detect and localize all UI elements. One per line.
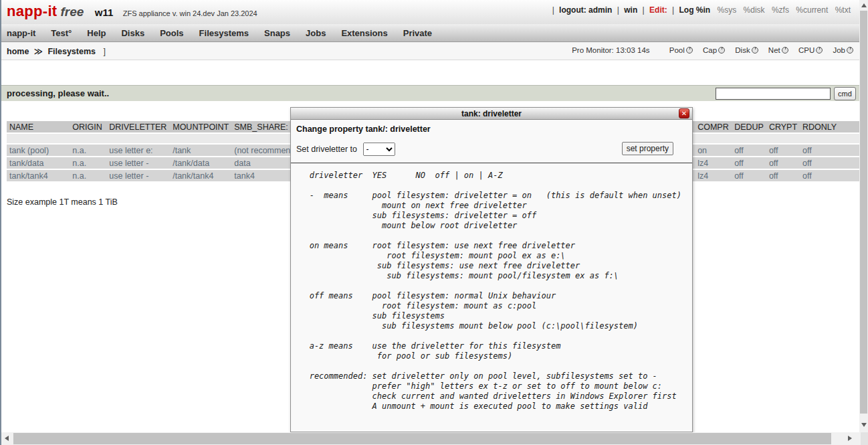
- menu-item-jobs[interactable]: Jobs: [306, 28, 326, 38]
- driveletter-modal: tank: driveletter ✕ Change property tank…: [290, 107, 693, 432]
- separator: |: [643, 5, 645, 15]
- cell-rdonly[interactable]: off: [800, 145, 868, 156]
- edition-label: w11: [95, 7, 114, 18]
- processing-bar: processing, please wait.. cmd: [1, 85, 868, 101]
- cell-rdonly[interactable]: off: [800, 157, 868, 169]
- breadcrumb-home-link[interactable]: home: [7, 47, 29, 56]
- cell-dedup[interactable]: off: [732, 157, 766, 169]
- appliance-version-label: ZFS appliance v. win 24.dev Jan 23.2024: [123, 9, 257, 17]
- vertical-scrollbar[interactable]: [859, 0, 868, 432]
- cell-rdonly[interactable]: off: [800, 170, 868, 181]
- col-header-name: NAME: [7, 121, 70, 132]
- cmd-button[interactable]: cmd: [834, 87, 856, 100]
- set-driveletter-label: Set driveletter to: [296, 145, 357, 154]
- col-header-mountpoint: MOUNTPOINT: [170, 121, 231, 132]
- net-status-icon: [782, 47, 788, 54]
- monitor-job-link[interactable]: Job: [833, 46, 853, 54]
- pro-monitor: Pro Monitor: 13:03 14s Pool Cap Disk Net…: [572, 46, 853, 54]
- col-header-driveletter: DRIVELETTER: [106, 121, 170, 132]
- col-header-origin: ORIGIN: [70, 121, 106, 132]
- disk-status-icon: [752, 47, 758, 54]
- menu-item-snaps[interactable]: Snaps: [264, 28, 290, 38]
- vertical-scrollbar-thumb[interactable]: [860, 11, 867, 414]
- edit-link[interactable]: Edit:: [649, 5, 667, 15]
- separator: |: [552, 5, 554, 15]
- scroll-left-icon[interactable]: [5, 436, 9, 441]
- horizontal-scrollbar[interactable]: [1, 432, 861, 445]
- scroll-down-icon[interactable]: [861, 423, 867, 427]
- napp-it-page: { "brand": { "name": "napp-it", "suffix"…: [0, 0, 868, 445]
- modal-heading: Change property tank/: driveletter: [291, 120, 692, 134]
- cell-dedup[interactable]: off: [732, 145, 766, 156]
- col-header-compr: COMPR: [695, 121, 732, 132]
- log-level-current[interactable]: %current: [796, 5, 828, 15]
- driveletter-select[interactable]: -: [363, 143, 395, 156]
- processing-message: processing, please wait..: [7, 88, 109, 98]
- cell-name[interactable]: tank (pool): [7, 145, 70, 156]
- breadcrumb-current[interactable]: Filesystems: [47, 47, 96, 56]
- logout-link[interactable]: logout: admin: [559, 5, 612, 15]
- napp-it-logo: napp-it: [7, 3, 57, 19]
- cell-crypt[interactable]: off: [766, 145, 800, 156]
- breadcrumb-separator: ≫: [34, 47, 43, 56]
- monitor-net-link[interactable]: Net: [768, 46, 788, 54]
- job-status-icon: [847, 47, 853, 54]
- driveletter-help-text: driveletter YES NO off | on | A-Z - mean…: [295, 171, 692, 412]
- top-bar: napp-itfree w11 ZFS appliance v. win 24.…: [1, 0, 868, 24]
- log-level-zfs[interactable]: %zfs: [772, 5, 789, 15]
- log-level-txt[interactable]: %txt: [835, 5, 851, 15]
- menu-item-extensions[interactable]: Extensions: [341, 28, 387, 38]
- menu-item-napp-it[interactable]: napp-it: [7, 28, 35, 38]
- separator: |: [617, 5, 619, 15]
- breadcrumb: home ≫ Filesystems ]: [7, 46, 106, 56]
- main-menu: napp-it Test° Help Disks Pools Filesyste…: [1, 24, 868, 42]
- menu-item-disks[interactable]: Disks: [121, 28, 144, 38]
- breadcrumb-bar: home ≫ Filesystems ] Pro Monitor: 13:03 …: [1, 42, 868, 60]
- separator: |: [672, 5, 674, 15]
- brand-area: napp-itfree w11 ZFS appliance v. win 24.…: [7, 3, 257, 20]
- log-level-sys[interactable]: %sys: [718, 5, 737, 15]
- cell-compr[interactable]: lz4: [695, 157, 732, 169]
- cell-mountpoint[interactable]: /tank/data: [170, 157, 231, 169]
- cpu-status-icon: [816, 47, 823, 54]
- modal-title-bar[interactable]: tank: driveletter ✕: [291, 108, 692, 120]
- modal-title: tank: driveletter: [461, 109, 522, 118]
- scroll-up-icon[interactable]: [861, 3, 867, 7]
- horizontal-scrollbar-thumb[interactable]: [13, 433, 831, 444]
- menu-item-pools[interactable]: Pools: [160, 28, 183, 38]
- win-link[interactable]: win: [624, 5, 637, 15]
- cmd-input[interactable]: [716, 88, 831, 100]
- scroll-right-icon[interactable]: [848, 436, 852, 441]
- cell-compr[interactable]: lz4: [695, 170, 732, 181]
- cell-crypt[interactable]: off: [766, 170, 800, 181]
- set-property-button[interactable]: set property: [622, 142, 673, 155]
- monitor-disk-link[interactable]: Disk: [735, 46, 758, 54]
- cell-origin: n.a.: [70, 157, 106, 169]
- menu-item-private[interactable]: Private: [403, 28, 432, 38]
- cell-dedup[interactable]: off: [732, 170, 766, 181]
- cell-driveletter[interactable]: use letter e:: [106, 145, 170, 156]
- cell-mountpoint[interactable]: /tank: [170, 145, 231, 156]
- col-header-rdonly: RDONLY: [800, 121, 868, 132]
- pool-status-icon: [686, 47, 693, 54]
- cell-crypt[interactable]: off: [766, 157, 800, 169]
- cell-compr[interactable]: on: [695, 145, 732, 156]
- cell-driveletter[interactable]: use letter -: [106, 170, 170, 181]
- logo-free-label: free: [60, 5, 84, 19]
- monitor-cap-link[interactable]: Cap: [703, 46, 725, 54]
- menu-item-filesystems[interactable]: Filesystems: [199, 28, 249, 38]
- col-header-crypt: CRYPT: [766, 121, 800, 132]
- monitor-cpu-link[interactable]: CPU: [798, 46, 823, 54]
- cell-name[interactable]: tank/data: [7, 157, 70, 169]
- cell-name[interactable]: tank/tank4: [7, 170, 70, 181]
- cell-mountpoint[interactable]: /tank/tank4: [170, 170, 231, 181]
- menu-item-test[interactable]: Test°: [51, 28, 72, 38]
- pro-monitor-label: Pro Monitor: 13:03 14s: [572, 46, 649, 54]
- monitor-pool-link[interactable]: Pool: [669, 46, 693, 54]
- close-icon[interactable]: ✕: [679, 108, 689, 118]
- log-level-disk[interactable]: %disk: [744, 5, 765, 15]
- cell-driveletter[interactable]: use letter -: [106, 157, 170, 169]
- menu-item-help[interactable]: Help: [87, 28, 106, 38]
- cell-origin: n.a.: [70, 170, 106, 181]
- log-link[interactable]: Log %in: [679, 5, 711, 15]
